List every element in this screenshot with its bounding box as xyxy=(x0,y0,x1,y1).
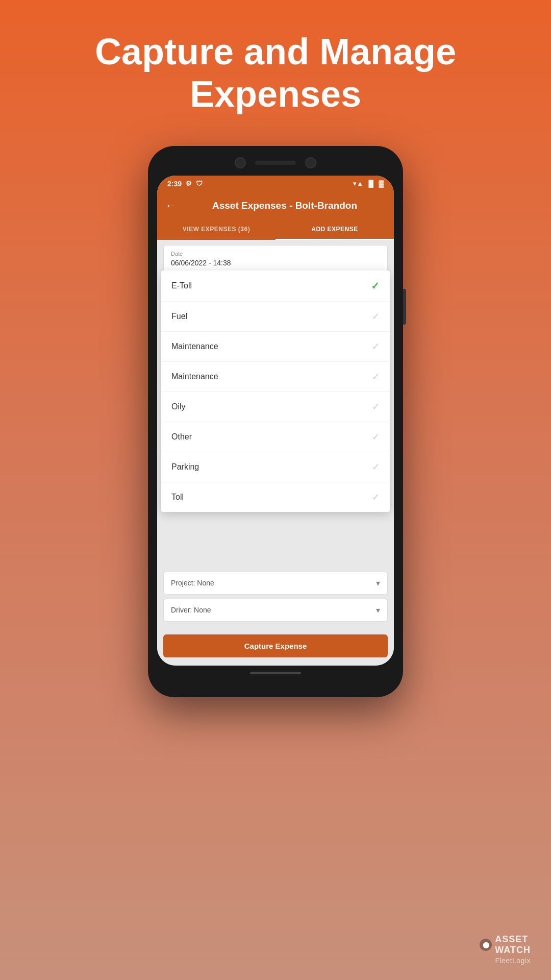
tabs-bar: VIEW EXPENSES (36) ADD EXPENSE xyxy=(157,219,394,240)
app-header: ← Asset Expenses - Bolt-Brandon xyxy=(157,192,394,219)
phone-camera-bar xyxy=(157,155,394,170)
watermark-asset-text: ASSETWATCH xyxy=(495,934,531,955)
dropdown-item-oily[interactable]: Oily ✓ xyxy=(161,392,390,422)
page-title: Asset Expenses - Bolt-Brandon xyxy=(184,200,386,211)
speaker-icon xyxy=(255,161,296,165)
battery-icon: ▓ xyxy=(379,180,384,187)
tab-add-expense[interactable]: ADD EXPENSE xyxy=(276,219,394,240)
type-dropdown[interactable]: E-Toll ✓ Fuel ✓ Maintenance ✓ Maintenanc… xyxy=(161,271,390,512)
time-display: 2:39 xyxy=(167,180,182,188)
watermark-logo-icon: ⬤ xyxy=(480,939,492,951)
dropdown-item-maintenance1[interactable]: Maintenance ✓ xyxy=(161,332,390,362)
dropdown-label-maintenance1: Maintenance xyxy=(171,342,218,351)
check-unselected-icon-fuel: ✓ xyxy=(372,311,380,322)
wifi-icon: ▾▲ xyxy=(353,180,363,187)
dropdown-item-fuel[interactable]: Fuel ✓ xyxy=(161,302,390,332)
project-label: Project: None xyxy=(171,579,214,587)
signal-icon: ▐▌ xyxy=(366,180,375,187)
camera-left-icon xyxy=(235,157,246,168)
check-unselected-icon-maint1: ✓ xyxy=(372,341,380,352)
capture-expense-button[interactable]: Capture Expense xyxy=(163,634,388,657)
dropdown-label-oily: Oily xyxy=(171,402,186,411)
home-bar-indicator xyxy=(250,672,301,674)
dropdown-label-fuel: Fuel xyxy=(171,312,187,321)
phone-volume-button xyxy=(403,289,406,325)
date-label: Date xyxy=(171,251,380,257)
dropdown-item-toll[interactable]: Toll ✓ xyxy=(161,482,390,512)
watermark-fleet-text: FleetLogix xyxy=(495,957,531,965)
shield-icon: 🛡 xyxy=(196,180,203,187)
dropdown-item-maintenance2[interactable]: Maintenance ✓ xyxy=(161,362,390,392)
chevron-down-driver-icon: ▾ xyxy=(376,605,380,615)
dropdown-item-other[interactable]: Other ✓ xyxy=(161,422,390,452)
dropdown-label-etoll: E-Toll xyxy=(171,281,192,290)
check-selected-icon: ✓ xyxy=(371,280,380,292)
driver-field[interactable]: Driver: None ▾ xyxy=(163,599,388,622)
date-value: 06/06/2022 - 14:38 xyxy=(171,259,380,267)
back-button[interactable]: ← xyxy=(165,199,177,212)
camera-right-icon xyxy=(305,157,316,168)
check-unselected-icon-parking: ✓ xyxy=(372,461,380,473)
dropdown-item-parking[interactable]: Parking ✓ xyxy=(161,452,390,482)
status-time: 2:39 ⚙ 🛡 xyxy=(167,180,203,188)
phone-device: 2:39 ⚙ 🛡 ▾▲ ▐▌ ▓ ← Asset Expenses - Bolt… xyxy=(148,146,403,697)
dropdown-label-maintenance2: Maintenance xyxy=(171,372,218,381)
dropdown-label-other: Other xyxy=(171,432,192,442)
status-right-icons: ▾▲ ▐▌ ▓ xyxy=(353,180,384,187)
bottom-fields: Project: None ▾ Driver: None ▾ xyxy=(157,569,394,625)
check-unselected-icon-maint2: ✓ xyxy=(372,371,380,382)
headline: Capture and Manage Expenses xyxy=(0,0,551,136)
date-field[interactable]: Date 06/06/2022 - 14:38 xyxy=(163,245,388,273)
check-unselected-icon-oily: ✓ xyxy=(372,401,380,412)
watermark: ⬤ ASSETWATCH FleetLogix xyxy=(480,934,531,965)
project-field[interactable]: Project: None ▾ xyxy=(163,572,388,595)
driver-label: Driver: None xyxy=(171,606,211,614)
tab-view-expenses[interactable]: VIEW EXPENSES (36) xyxy=(157,219,276,240)
phone-bottom-bar xyxy=(157,666,394,677)
chevron-down-project-icon: ▾ xyxy=(376,578,380,588)
dropdown-label-toll: Toll xyxy=(171,493,184,502)
check-unselected-icon-toll: ✓ xyxy=(372,492,380,503)
dropdown-item-etoll[interactable]: E-Toll ✓ xyxy=(161,271,390,302)
content-area: Date 06/06/2022 - 14:38 E-Toll ✓ Fuel ✓ … xyxy=(157,240,394,666)
dropdown-label-parking: Parking xyxy=(171,462,199,472)
status-bar: 2:39 ⚙ 🛡 ▾▲ ▐▌ ▓ xyxy=(157,176,394,192)
phone-screen: 2:39 ⚙ 🛡 ▾▲ ▐▌ ▓ ← Asset Expenses - Bolt… xyxy=(157,176,394,666)
settings-icon: ⚙ xyxy=(186,180,192,187)
check-unselected-icon-other: ✓ xyxy=(372,431,380,443)
